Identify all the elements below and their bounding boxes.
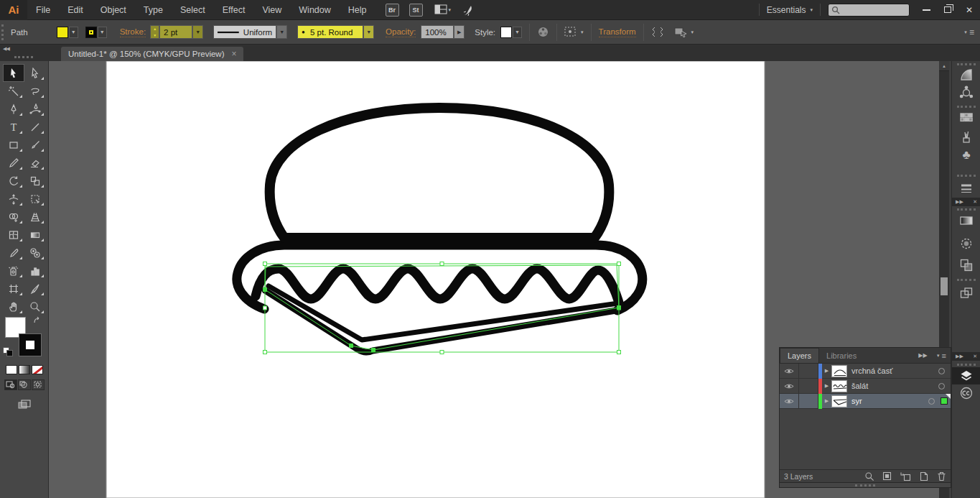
document-tab[interactable]: Untitled-1* @ 150% (CMYK/GPU Preview) × [61,47,243,61]
swatches-panel-icon[interactable] [952,110,980,126]
restore-button[interactable] [937,1,958,19]
layer-row-syr[interactable]: ▶ syr [780,394,951,409]
expand-layer-icon[interactable]: ▶ [822,368,831,374]
expand-layer-icon[interactable]: ▶ [822,398,831,404]
curvature-tool[interactable] [24,100,46,118]
expand-dock-icon[interactable]: ▶▶ [956,354,963,359]
free-transform-tool[interactable] [24,190,46,208]
stock-button[interactable]: St [409,4,423,17]
collapse-tooldock-icon[interactable]: ◀◀ [3,46,9,52]
menu-effect[interactable]: Effect [214,0,254,20]
target-circle[interactable] [928,398,935,405]
gpu-performance-icon[interactable] [462,4,475,17]
target-circle[interactable] [938,383,945,389]
delete-layer-icon[interactable] [937,471,946,481]
dock-grip[interactable] [957,208,976,211]
layers-panel-icon[interactable] [952,367,980,384]
stroke-weight-field[interactable]: 2 pt [159,25,192,39]
line-segment-tool[interactable] [24,118,46,136]
bridge-button[interactable]: Br [386,4,399,17]
dock-collapse-bar[interactable]: ▶▶ ✕ [952,198,980,206]
fill-dropdown[interactable]: ▼ [69,27,78,38]
blend-tool[interactable] [24,244,46,262]
layer-name[interactable]: syr [851,397,928,405]
menu-help[interactable]: Help [340,0,375,20]
width-profile-dropdown[interactable]: ▼ [276,25,287,39]
color-button[interactable] [6,365,17,374]
gradient-tool[interactable] [24,226,46,244]
stepper-up-icon[interactable]: ▲ [151,26,159,32]
fill-color-swatch[interactable] [57,27,68,38]
arrange-documents-button[interactable]: ▾ [434,4,452,15]
symbols-panel-icon[interactable]: ♣ [952,147,980,163]
scale-tool[interactable] [24,172,46,190]
locate-object-icon[interactable] [864,471,874,481]
eraser-tool[interactable] [24,154,46,172]
select-similar-button[interactable]: ▾ [564,27,584,37]
menu-window[interactable]: Window [290,0,339,20]
tab-layers[interactable]: Layers [780,348,819,363]
expand-layer-icon[interactable]: ▶ [822,383,831,389]
search-box[interactable] [828,4,910,17]
expand-dock-icon[interactable]: ▶▶ [956,199,963,205]
width-profile-field[interactable]: Uniform [213,25,276,39]
illustrator-logo[interactable]: Ai [0,0,27,20]
zoom-tool[interactable] [24,298,46,315]
panel-menu-icon[interactable]: ▼ ≡ [932,348,951,363]
dock-grip[interactable] [957,364,976,366]
search-input[interactable] [843,5,905,15]
layers-empty-area[interactable] [780,409,951,469]
tab-close-icon[interactable]: × [231,49,236,59]
direct-selection-tool[interactable] [24,64,46,82]
menu-select[interactable]: Select [172,0,214,20]
close-dock-icon[interactable]: ✕ [973,199,977,205]
dock-collapse-bar[interactable]: ▶▶ ✕ [952,352,980,361]
scroll-up-icon[interactable]: ▲ [939,61,949,71]
rectangle-tool[interactable] [3,136,24,154]
magic-wand-tool[interactable] [3,82,24,100]
dock-grip[interactable] [957,63,976,65]
mesh-tool[interactable] [3,226,24,244]
close-dock-icon[interactable]: ✕ [973,354,977,359]
none-button[interactable] [32,365,43,374]
stroke-chip[interactable] [19,334,41,356]
minimize-button[interactable] [915,1,937,19]
gradient-button[interactable] [19,365,30,374]
draw-inside-button[interactable] [32,379,45,390]
visibility-toggle[interactable] [780,364,799,379]
transform-panel-link[interactable]: Transform [599,27,636,37]
menu-edit[interactable]: Edit [59,0,92,20]
scrollbar-thumb[interactable] [941,277,948,295]
menu-view[interactable]: View [253,0,290,20]
perspective-grid-tool[interactable] [24,208,46,226]
target-circle[interactable] [938,368,945,374]
color-guide-panel-icon[interactable] [952,85,980,101]
screen-mode-button[interactable] [0,393,48,410]
default-fill-stroke-icon[interactable] [3,347,14,357]
gradient-panel-icon[interactable] [952,213,980,229]
stroke-color-swatch[interactable] [85,27,97,38]
lasso-tool[interactable] [24,82,46,100]
draw-normal-button[interactable] [4,379,17,390]
close-button[interactable]: ✕ [958,1,980,19]
collapse-panel-icon[interactable]: ▶▶ [914,348,931,363]
draw-behind-button[interactable] [18,379,31,390]
shape-builder-tool[interactable] [3,208,24,226]
transparency-panel-icon[interactable] [952,257,980,273]
appearance-panel-icon[interactable] [952,236,980,252]
artboard-tool[interactable] [3,280,24,298]
tooldock-grip[interactable] [14,56,33,58]
brush-definition-field[interactable]: ● 5 pt. Round [297,25,363,39]
stroke-weight-stepper[interactable]: ▲ ▼ [150,25,159,39]
layer-thumbnail[interactable] [831,395,847,407]
new-sublayer-icon[interactable] [900,471,911,481]
paintbrush-tool[interactable] [24,136,46,154]
layer-thumbnail[interactable] [831,365,847,377]
visibility-toggle[interactable] [780,379,799,394]
dock-grip[interactable] [957,175,976,177]
rotate-tool[interactable] [3,172,24,190]
brush-dropdown[interactable]: ▼ [363,25,374,39]
column-graph-tool[interactable] [24,262,46,280]
opacity-arrow[interactable]: ▶ [454,25,465,39]
symbol-sprayer-tool[interactable] [3,262,24,280]
